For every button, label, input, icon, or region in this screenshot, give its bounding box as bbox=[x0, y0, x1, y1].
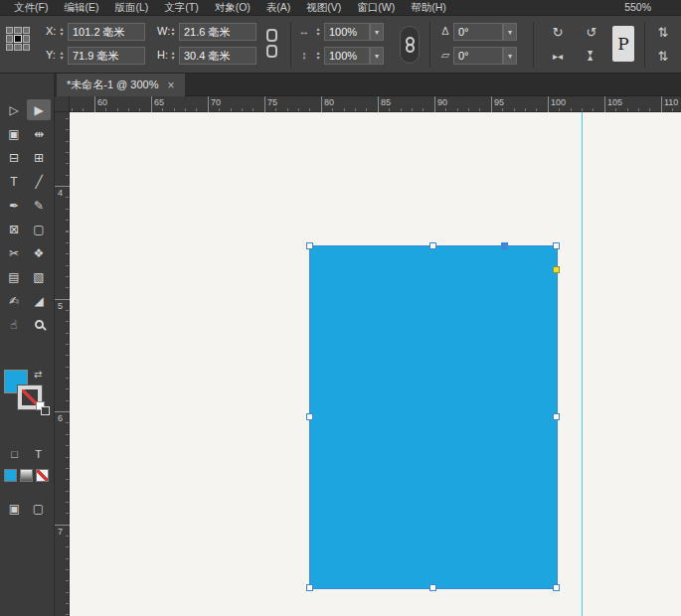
flip-horizontal-button[interactable]: ▸◂ bbox=[545, 47, 571, 65]
selection-handle[interactable] bbox=[306, 242, 313, 249]
selection-handle[interactable] bbox=[553, 413, 560, 420]
gradient-feather-tool[interactable]: ▧ bbox=[27, 266, 51, 287]
gradient-swatch-tool[interactable]: ▤ bbox=[2, 266, 26, 287]
scale-y-input[interactable]: 100% bbox=[324, 47, 370, 65]
guide-line[interactable] bbox=[582, 112, 583, 616]
menu-item[interactable]: 文字(T) bbox=[156, 1, 206, 15]
menu-item[interactable]: 编辑(E) bbox=[56, 1, 106, 15]
constrain-dimensions-icon[interactable] bbox=[266, 29, 278, 61]
y-stepper[interactable]: ▴▾ bbox=[57, 47, 67, 65]
rotation-dropdown[interactable]: ▾ bbox=[503, 23, 517, 41]
spacing-icon-top[interactable]: ⇅ bbox=[650, 23, 676, 41]
line-tool[interactable]: ╱ bbox=[27, 171, 51, 192]
w-stepper[interactable]: ▴▾ bbox=[168, 23, 178, 41]
corner-edit-widget[interactable] bbox=[553, 266, 560, 273]
rectangle-tool[interactable]: ▢ bbox=[27, 219, 51, 239]
scale-x-input[interactable]: 100% bbox=[324, 23, 370, 41]
reference-point-cell[interactable] bbox=[14, 44, 21, 51]
canvas[interactable] bbox=[70, 112, 681, 616]
swap-swatches-icon[interactable]: ⇄ bbox=[34, 369, 42, 380]
preview-view-button[interactable]: ▢ bbox=[30, 500, 47, 517]
rotate-cw-button[interactable]: ↻ bbox=[545, 23, 571, 41]
y-input[interactable]: 71.9 毫米 bbox=[68, 47, 145, 65]
x-input[interactable]: 101.2 毫米 bbox=[68, 23, 145, 41]
selection-handle[interactable] bbox=[429, 242, 436, 249]
ruler-label: 100 bbox=[551, 97, 566, 107]
stepper-down-icon: ▾ bbox=[171, 32, 174, 37]
ruler-major-tick bbox=[55, 299, 70, 300]
menu-item[interactable]: 对象(O) bbox=[207, 1, 258, 15]
reference-point-cell[interactable] bbox=[23, 35, 30, 42]
rotation-input[interactable]: 0° bbox=[453, 23, 503, 41]
vertical-grid-tool[interactable]: ⊞ bbox=[27, 147, 51, 168]
direct-selection-tool[interactable]: ▷ bbox=[2, 99, 26, 120]
formatting-affects-text-button[interactable]: T bbox=[30, 445, 47, 462]
apply-color-button[interactable] bbox=[4, 469, 17, 482]
scale-x-icon: ↔ bbox=[296, 25, 312, 37]
eyedropper-tool[interactable]: ◢ bbox=[27, 290, 51, 311]
scale-y-stepper[interactable]: ▴▾ bbox=[313, 47, 323, 65]
shear-input[interactable]: 0° bbox=[453, 47, 503, 65]
scale-x-dropdown[interactable]: ▾ bbox=[370, 23, 384, 41]
hand-tool[interactable]: ☝ bbox=[2, 314, 26, 335]
scissors-tool[interactable]: ✂ bbox=[2, 242, 26, 263]
reference-point-cell[interactable] bbox=[6, 27, 13, 34]
page-tool[interactable]: ▣ bbox=[2, 123, 26, 144]
apply-gradient-button[interactable] bbox=[20, 469, 33, 482]
menu-item[interactable]: 文件(F) bbox=[6, 1, 56, 15]
link-scales-icon[interactable] bbox=[400, 26, 420, 64]
ruler-major-tick bbox=[548, 96, 549, 112]
w-input[interactable]: 21.6 毫米 bbox=[179, 23, 256, 41]
selection-tool[interactable]: ▶ bbox=[27, 99, 51, 120]
gap-tool[interactable]: ⇹ bbox=[27, 123, 51, 144]
horizontal-grid-tool[interactable]: ⊟ bbox=[2, 147, 26, 168]
reference-point-proxy[interactable] bbox=[6, 27, 30, 51]
vertical-ruler[interactable]: 4567 bbox=[55, 112, 70, 616]
default-swatches[interactable] bbox=[36, 401, 51, 416]
ruler-origin-corner[interactable] bbox=[55, 96, 70, 112]
formatting-affects-container-button[interactable]: □ bbox=[6, 445, 23, 462]
reference-point-cell[interactable] bbox=[14, 35, 21, 42]
selection-handle[interactable] bbox=[553, 584, 560, 591]
x-stepper[interactable]: ▴▾ bbox=[57, 23, 67, 41]
reference-point-cell[interactable] bbox=[6, 35, 13, 42]
zoom-tool[interactable] bbox=[27, 314, 51, 335]
selection-handle[interactable] bbox=[306, 413, 313, 420]
document-tab[interactable]: *未命名-1 @ 300% × bbox=[57, 74, 185, 96]
rectangle-frame-tool[interactable]: ⊠ bbox=[2, 219, 26, 239]
flip-vertical-button[interactable]: ▸◂ bbox=[583, 43, 600, 69]
reference-point-cell[interactable] bbox=[23, 27, 30, 34]
selection-handle[interactable] bbox=[553, 242, 560, 249]
menu-item[interactable]: 帮助(H) bbox=[403, 1, 454, 15]
horizontal-ruler[interactable]: 6065707580859095100105110 bbox=[70, 96, 681, 112]
apply-none-button[interactable] bbox=[36, 469, 49, 482]
selection-handle[interactable] bbox=[306, 584, 313, 591]
control-panel: X: ▴▾ 101.2 毫米 W: ▴▾ 21.6 毫米 Y: ▴▾ 71.9 … bbox=[0, 16, 681, 74]
rotate-ccw-button[interactable]: ↺ bbox=[579, 23, 604, 41]
note-tool[interactable]: ✍ bbox=[2, 290, 26, 311]
menu-item[interactable]: 窗口(W) bbox=[349, 1, 403, 15]
h-label: H: bbox=[157, 49, 168, 61]
scale-y-dropdown[interactable]: ▾ bbox=[370, 47, 384, 65]
reference-point-cell[interactable] bbox=[6, 44, 13, 51]
x-label: X: bbox=[46, 25, 56, 37]
shear-dropdown[interactable]: ▾ bbox=[503, 47, 517, 65]
menu-item[interactable]: 视图(V) bbox=[298, 1, 349, 15]
scale-x-stepper[interactable]: ▴▾ bbox=[313, 23, 323, 41]
free-transform-tool[interactable]: ❖ bbox=[27, 242, 51, 263]
selection-handle-accent[interactable] bbox=[501, 242, 508, 249]
reference-point-cell[interactable] bbox=[23, 44, 30, 51]
normal-view-button[interactable]: ▣ bbox=[6, 500, 23, 517]
pen-tool[interactable]: ✒ bbox=[2, 195, 26, 216]
spacing-icon-bottom[interactable]: ⇅ bbox=[650, 47, 676, 65]
tab-close-button[interactable]: × bbox=[167, 78, 174, 92]
type-tool[interactable]: T bbox=[2, 171, 26, 192]
menu-item[interactable]: 版面(L) bbox=[106, 1, 156, 15]
menu-item[interactable]: 表(A) bbox=[258, 1, 299, 15]
tab-bar: *未命名-1 @ 300% × bbox=[55, 74, 681, 96]
pencil-tool[interactable]: ✎ bbox=[27, 195, 51, 216]
reference-point-cell[interactable] bbox=[14, 27, 21, 34]
h-input[interactable]: 30.4 毫米 bbox=[179, 47, 256, 65]
h-stepper[interactable]: ▴▾ bbox=[168, 47, 178, 65]
selection-handle[interactable] bbox=[429, 584, 436, 591]
